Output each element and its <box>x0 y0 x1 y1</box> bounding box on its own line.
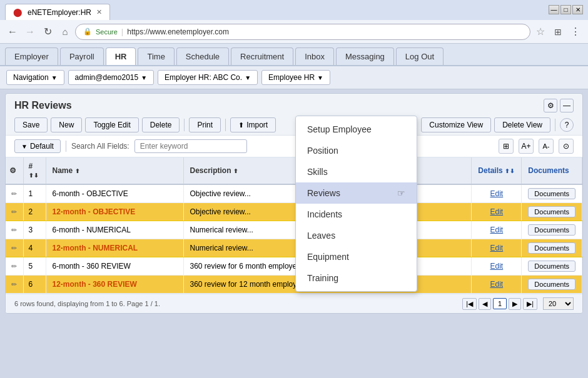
delete-view-button[interactable]: Delete View <box>494 117 550 132</box>
tab-employer[interactable]: Employer <box>5 47 58 65</box>
default-filter-button[interactable]: ▼ Default <box>14 139 61 153</box>
docs-btn-5[interactable]: Documents <box>528 261 575 272</box>
row-edit-icon[interactable]: ✏ <box>11 226 17 234</box>
menu-button[interactable]: ⋮ <box>568 24 583 39</box>
table-row: ✏ 1 6-month - OBJECTIVE Objective review… <box>6 184 582 203</box>
row-edit-icon[interactable]: ✏ <box>11 208 17 216</box>
view-icon-btn-1[interactable]: ⊞ <box>499 139 514 154</box>
view-icon-btn-2[interactable]: A+ <box>519 139 534 154</box>
filter-icon: ▼ <box>21 143 28 150</box>
docs-btn-1[interactable]: Documents <box>528 188 575 199</box>
navigation-dropdown[interactable]: Navigation ▼ <box>6 70 64 85</box>
minimize-button[interactable]: — <box>549 5 559 14</box>
tab-time[interactable]: Time <box>138 47 174 65</box>
settings-col-icon[interactable]: ⚙ <box>9 166 16 175</box>
tab-app-icon: ⬤ <box>13 7 23 17</box>
col-name[interactable]: Name ⬆ <box>46 157 183 184</box>
save-button[interactable]: Save <box>14 117 48 132</box>
menu-item-skills[interactable]: Skills <box>296 161 417 182</box>
menu-item-position[interactable]: Position <box>296 140 417 161</box>
secure-label: Secure <box>96 28 118 36</box>
separator-2 <box>225 119 226 131</box>
extensions-button[interactable]: ⊞ <box>550 24 565 39</box>
filter-separator <box>66 141 66 152</box>
tab-schedule[interactable]: Schedule <box>176 47 229 65</box>
edit-link-6[interactable]: Edit <box>490 280 504 289</box>
tab-recruitment[interactable]: Recruitment <box>231 47 293 65</box>
edit-link-2[interactable]: Edit <box>490 207 504 216</box>
delete-button[interactable]: Delete <box>142 117 180 132</box>
address-bar[interactable]: 🔒 Secure | https://www.enetemployer.com <box>75 24 530 40</box>
employer-dropdown[interactable]: Employer HR: ABC Co. ▼ <box>158 70 258 85</box>
first-page-button[interactable]: |◀ <box>462 298 477 310</box>
customize-view-button[interactable]: Customize View <box>421 117 491 132</box>
tab-inbox[interactable]: Inbox <box>295 47 334 65</box>
row-edit-icon[interactable]: ✏ <box>11 244 17 252</box>
help-button[interactable]: ? <box>560 118 574 132</box>
view-icon-btn-3[interactable]: A- <box>539 139 554 154</box>
employer-arrow-icon: ▼ <box>245 74 251 81</box>
cursor-indicator: ☞ <box>397 188 405 198</box>
row-edit-icon[interactable]: ✏ <box>11 262 17 270</box>
table-row: ✏ 2 12-month - OBJECTIVE Objective revie… <box>6 203 582 221</box>
employee-hr-dropdown-menu: Setup Employee Position Skills Reviews ☞… <box>295 116 417 292</box>
admin-dropdown[interactable]: admin@demo2015 ▼ <box>68 70 154 85</box>
tab-messaging[interactable]: Messaging <box>336 47 394 65</box>
navigation-arrow-icon: ▼ <box>51 74 58 81</box>
menu-item-equipment[interactable]: Equipment <box>296 246 417 267</box>
row-edit-icon[interactable]: ✏ <box>11 190 17 197</box>
current-page[interactable]: 1 <box>493 298 507 309</box>
employee-hr-arrow-icon: ▼ <box>317 74 323 81</box>
table-row: ✏ 4 12-month - NUMERICAL Numerical revie… <box>6 239 582 257</box>
refresh-button[interactable]: ↻ <box>40 24 55 39</box>
next-page-button[interactable]: ▶ <box>509 298 521 310</box>
separator-3 <box>555 119 555 131</box>
col-edit: ⚙ <box>6 157 23 184</box>
maximize-button[interactable]: □ <box>560 5 571 14</box>
admin-arrow-icon: ▼ <box>141 74 147 81</box>
edit-link-4[interactable]: Edit <box>490 244 504 252</box>
employee-hr-dropdown[interactable]: Employee HR ▼ <box>261 70 330 85</box>
new-button[interactable]: New <box>51 117 82 132</box>
import-button[interactable]: ⬆ Import <box>230 117 276 132</box>
tab-hr[interactable]: HR <box>106 47 136 65</box>
section-title: HR Reviews <box>14 100 72 111</box>
docs-btn-2[interactable]: Documents <box>528 206 575 217</box>
close-button[interactable]: ✕ <box>572 5 583 14</box>
docs-btn-6[interactable]: Documents <box>528 279 575 290</box>
menu-item-reviews[interactable]: Reviews ☞ <box>296 182 417 204</box>
home-button[interactable]: ⌂ <box>58 24 73 39</box>
tab-logout[interactable]: Log Out <box>396 47 444 65</box>
view-icon-btn-4[interactable]: ⊙ <box>559 139 574 154</box>
edit-link-1[interactable]: Edit <box>490 189 504 198</box>
row-edit-icon[interactable]: ✏ <box>11 281 17 288</box>
gear-icon-btn[interactable]: ⚙ <box>544 99 557 112</box>
url-text: https://www.enetemployer.com <box>127 27 229 36</box>
per-page-select[interactable]: 20 50 100 <box>543 297 574 310</box>
browser-tab[interactable]: ⬤ eNETEmployer:HR ✕ <box>5 4 110 20</box>
tab-payroll[interactable]: Payroll <box>60 47 104 65</box>
menu-item-setup-employee[interactable]: Setup Employee <box>296 119 417 140</box>
menu-item-incidents[interactable]: Incidents <box>296 204 417 225</box>
menu-item-leaves[interactable]: Leaves <box>296 225 417 246</box>
lock-icon: 🔒 <box>83 27 92 36</box>
edit-link-3[interactable]: Edit <box>490 226 504 234</box>
search-input[interactable] <box>134 139 247 153</box>
print-button[interactable]: Print <box>189 117 221 132</box>
col-details[interactable]: Details ⬆⬇ <box>472 157 522 184</box>
url-separator: | <box>121 27 123 36</box>
docs-btn-4[interactable]: Documents <box>528 242 575 254</box>
docs-btn-3[interactable]: Documents <box>528 224 575 236</box>
edit-link-5[interactable]: Edit <box>490 262 504 271</box>
tab-close-icon[interactable]: ✕ <box>96 8 102 16</box>
prev-page-button[interactable]: ◀ <box>479 298 491 310</box>
last-page-button[interactable]: ▶| <box>523 298 537 310</box>
menu-item-training[interactable]: Training <box>296 267 417 289</box>
col-documents[interactable]: Documents <box>522 157 582 184</box>
toggle-edit-button[interactable]: Toggle Edit <box>85 117 138 132</box>
star-button[interactable]: ☆ <box>533 24 548 39</box>
pagination-info: 6 rows found, displaying from 1 to 6. Pa… <box>14 300 460 307</box>
forward-button[interactable]: → <box>23 24 38 39</box>
back-button[interactable]: ← <box>5 24 20 39</box>
minus-icon-btn[interactable]: — <box>560 99 574 112</box>
